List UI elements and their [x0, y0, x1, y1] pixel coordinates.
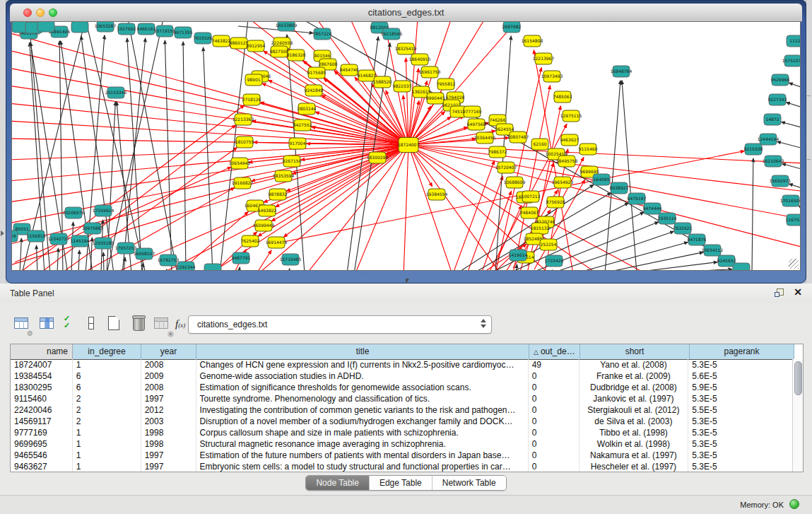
network-node[interactable]: 10688609: [504, 177, 526, 188]
network-node[interactable]: 19166827: [232, 177, 254, 189]
table-cell[interactable]: Corpus callosum shape and size in male p…: [196, 427, 529, 438]
network-canvas[interactable]: 1872400718300295193845547463822986012589…: [11, 21, 801, 271]
network-node[interactable]: 1156819: [27, 230, 46, 242]
network-node[interactable]: 8912954: [247, 40, 266, 52]
table-cell[interactable]: 6: [73, 370, 141, 382]
network-node[interactable]: 12213967: [533, 53, 555, 64]
network-node[interactable]: 17016504: [780, 195, 801, 206]
network-node[interactable]: 1815132: [531, 223, 550, 234]
network-node[interactable]: 1419614: [509, 250, 528, 261]
table-cell[interactable]: 9699695: [11, 438, 73, 450]
network-node[interactable]: [204, 264, 221, 271]
network-node[interactable]: 917004: [289, 138, 306, 149]
network-node[interactable]: 1292344: [177, 262, 196, 271]
vertical-scrollbar[interactable]: [792, 359, 803, 472]
network-node[interactable]: 16033809: [276, 22, 298, 31]
network-node[interactable]: 62160: [531, 139, 548, 150]
network-node[interactable]: 9474444: [643, 203, 662, 214]
network-node[interactable]: 9671355: [174, 27, 193, 38]
table-cell[interactable]: 1998: [141, 438, 196, 450]
table-cell[interactable]: 0: [529, 416, 579, 427]
table-cell[interactable]: 49: [529, 359, 579, 370]
table-selector-dropdown[interactable]: citations_edges.txt: [188, 315, 492, 334]
table-cell[interactable]: Yano et al. (2008): [579, 359, 689, 370]
network-node[interactable]: 1145194: [71, 235, 90, 247]
network-node[interactable]: 20364456: [474, 132, 496, 144]
table-cell[interactable]: 5.3E-5: [688, 416, 793, 427]
network-node[interactable]: 7955812: [437, 78, 456, 90]
table-cell[interactable]: Tibbo et al. (1998): [579, 427, 689, 438]
table-cell[interactable]: 2012: [141, 404, 196, 416]
network-node[interactable]: 1007213: [522, 191, 541, 202]
network-node[interactable]: 1588520: [373, 76, 392, 88]
table-cell[interactable]: 5.9E-5: [688, 382, 793, 393]
table-cell[interactable]: 9777169: [11, 427, 73, 438]
close-panel-button[interactable]: ✕: [794, 286, 802, 298]
network-node[interactable]: 1112: [787, 35, 801, 47]
network-node[interactable]: 252254: [540, 239, 557, 250]
table-cell[interactable]: Tourette syndrome. Phenomenology and cla…: [196, 393, 529, 404]
table-cell[interactable]: 2: [73, 404, 141, 416]
table-cell[interactable]: 1997: [141, 450, 196, 461]
table-row[interactable]: 911546021997Tourette syndrome. Phenomeno…: [11, 393, 793, 404]
network-node[interactable]: 7484067: [520, 207, 539, 218]
window-resize-grip[interactable]: [789, 259, 799, 269]
table-cell[interactable]: 0: [529, 438, 579, 450]
network-node[interactable]: 7485063: [553, 91, 572, 103]
table-row[interactable]: 1872400712008Changes of HCN gene express…: [11, 359, 793, 370]
network-node[interactable]: 15716485: [280, 254, 302, 265]
table-cell[interactable]: Changes of HCN gene expression and I(f) …: [196, 359, 529, 370]
table-cell[interactable]: 0: [529, 427, 579, 438]
table-cell[interactable]: 9115460: [11, 393, 73, 404]
table-cell[interactable]: Nakamura et al. (1997): [579, 450, 689, 461]
network-node[interactable]: 8471876: [688, 234, 707, 245]
network-node[interactable]: 9860125: [230, 37, 249, 49]
network-node[interactable]: 10653287: [95, 22, 117, 32]
network-node[interactable]: 98901: [245, 74, 262, 86]
column-header-name[interactable]: name: [11, 344, 73, 359]
table-cell[interactable]: 2009: [141, 370, 196, 382]
network-node[interactable]: 16961758: [419, 66, 441, 78]
column-header-title[interactable]: title: [196, 344, 529, 359]
table-mode-button[interactable]: ⚙: [13, 315, 31, 334]
network-node[interactable]: 20153346: [105, 87, 127, 98]
network-node[interactable]: 10973493: [541, 71, 563, 82]
table-row[interactable]: 1830029562008Estimation of significance …: [11, 382, 793, 393]
table-cell[interactable]: 0: [529, 461, 579, 472]
table-cell[interactable]: 6: [73, 382, 141, 393]
network-node[interactable]: 9827508: [270, 46, 289, 57]
table-cell[interactable]: Jankovic et al. (1997): [579, 393, 689, 404]
network-node[interactable]: 8427552: [293, 119, 312, 131]
network-node[interactable]: 7625402: [241, 235, 260, 247]
network-node[interactable]: [733, 263, 750, 271]
table-cell[interactable]: 0: [529, 370, 579, 382]
network-node[interactable]: 2803144: [298, 103, 317, 115]
network-node[interactable]: 8454749: [340, 64, 359, 76]
network-node[interactable]: 5493822: [258, 205, 277, 216]
scrollbar-thumb[interactable]: [794, 361, 802, 395]
table-cell[interactable]: Estimation of significance thresholds fo…: [196, 382, 529, 393]
table-cell[interactable]: 14569117: [11, 416, 73, 427]
network-node[interactable]: 7615526: [194, 33, 213, 44]
table-cell[interactable]: Hescheler et al. (1997): [579, 461, 689, 472]
network-node[interactable]: 1167533: [786, 214, 801, 226]
network-node[interactable]: 39119: [12, 230, 18, 242]
table-cell[interactable]: 5.5E-5: [688, 404, 793, 416]
network-node[interactable]: 12975115: [560, 110, 582, 122]
table-row[interactable]: 946554611997Estimation of the future num…: [11, 450, 793, 461]
column-header-outde[interactable]: △out_de…: [529, 344, 580, 359]
table-cell[interactable]: 0: [529, 450, 579, 461]
network-node[interactable]: 8267150: [283, 156, 302, 167]
column-header-pagerank[interactable]: pagerank: [690, 344, 794, 359]
table-cell[interactable]: 5.3E-5: [688, 438, 793, 450]
table-cell[interactable]: Genome-wide association studies in ADHD.: [196, 370, 529, 382]
table-cell[interactable]: 0: [529, 382, 579, 393]
network-node[interactable]: 30975887: [82, 223, 104, 234]
table-cell[interactable]: 2008: [141, 359, 196, 370]
network-node[interactable]: 10719155: [154, 25, 176, 37]
select-all-button[interactable]: ✓✓: [64, 315, 82, 334]
network-node[interactable]: 9227343: [768, 94, 787, 105]
network-node[interactable]: 12444194: [758, 134, 779, 145]
table-cell[interactable]: 5.6E-5: [688, 370, 793, 382]
network-node[interactable]: 2718126: [242, 94, 261, 105]
